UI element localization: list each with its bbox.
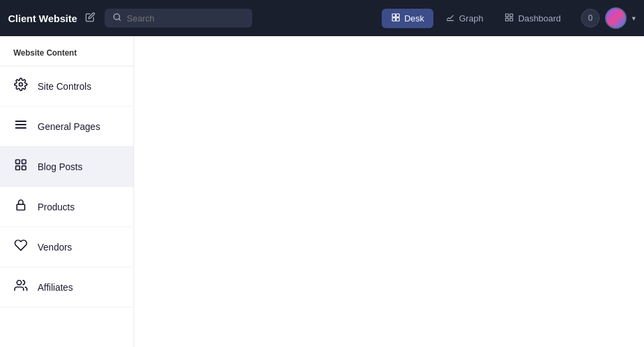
sidebar-item-label: Blog Posts [38, 161, 83, 172]
svg-rect-15 [16, 160, 20, 164]
sidebar: Website Content Site Controls General [0, 36, 134, 347]
tab-graph-label: Graph [459, 13, 483, 23]
navbar: Client Website De [0, 0, 644, 36]
nav-right: 0 ▾ [581, 7, 636, 29]
sidebar-item-label: General Pages [38, 121, 100, 132]
gear-icon [13, 78, 28, 94]
svg-rect-8 [511, 13, 513, 16]
svg-rect-16 [22, 160, 26, 164]
sidebar-item-label: Affiliates [38, 282, 73, 293]
sidebar-item-label: Site Controls [38, 81, 91, 92]
search-input[interactable] [127, 13, 244, 23]
svg-rect-10 [511, 18, 513, 21]
sidebar-item-general-pages[interactable]: General Pages [0, 107, 133, 147]
avatar-chevron-icon[interactable]: ▾ [632, 14, 636, 23]
avatar[interactable] [605, 7, 627, 29]
edit-icon[interactable] [85, 12, 95, 24]
nav-tabs: Desk Graph Dashboard [382, 9, 570, 28]
svg-point-20 [17, 281, 21, 285]
svg-line-1 [119, 19, 120, 20]
main-content: Website Content Site Controls General [0, 36, 644, 347]
sidebar-item-label: Vendors [38, 242, 72, 253]
search-icon [113, 13, 121, 23]
tab-desk-label: Desk [405, 13, 425, 23]
svg-rect-3 [396, 13, 399, 17]
dashboard-icon [504, 13, 514, 24]
sidebar-item-products[interactable]: Products [0, 187, 133, 227]
svg-rect-5 [396, 17, 399, 21]
svg-rect-2 [392, 13, 395, 17]
svg-rect-7 [506, 13, 508, 16]
graph-icon [445, 13, 455, 24]
tab-desk[interactable]: Desk [382, 9, 434, 28]
sidebar-item-site-controls[interactable]: Site Controls [0, 66, 133, 107]
svg-rect-18 [22, 166, 26, 170]
brand-label: Client Website [8, 13, 77, 24]
affiliates-icon [13, 279, 28, 295]
blog-icon [13, 158, 28, 175]
sidebar-section-title: Website Content [0, 36, 133, 66]
svg-rect-19 [17, 204, 25, 210]
tab-dashboard-label: Dashboard [518, 13, 561, 23]
notification-count: 0 [588, 13, 593, 23]
sidebar-item-vendors[interactable]: Vendors [0, 227, 133, 267]
vendors-icon [13, 238, 28, 255]
sidebar-item-affiliates[interactable]: Affiliates [0, 267, 133, 307]
right-panel [134, 36, 644, 347]
svg-rect-9 [506, 18, 508, 21]
sidebar-item-blog-posts[interactable]: Blog Posts [0, 147, 133, 187]
desk-icon [391, 13, 400, 24]
brand: Client Website [8, 13, 77, 24]
svg-rect-4 [392, 17, 395, 21]
notification-badge[interactable]: 0 [581, 9, 600, 27]
lines-icon [13, 118, 28, 135]
products-icon [13, 198, 28, 215]
svg-point-11 [19, 83, 23, 86]
tab-dashboard[interactable]: Dashboard [495, 9, 570, 28]
tab-graph[interactable]: Graph [436, 9, 492, 28]
svg-rect-17 [16, 166, 20, 170]
sidebar-item-label: Products [38, 202, 74, 212]
search-bar[interactable] [105, 9, 252, 27]
